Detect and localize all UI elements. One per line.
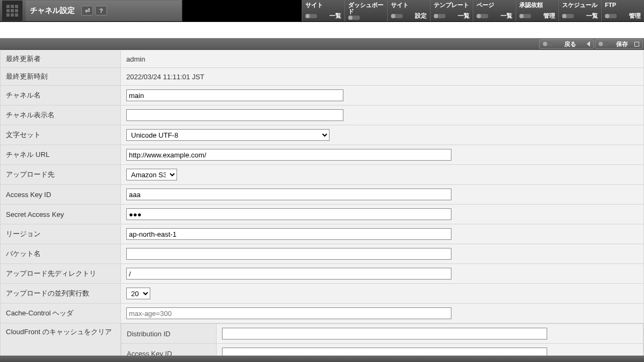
nav-page-list[interactable]: ページ 一覧 [473,0,516,21]
topbar: チャネル設定 ⏎ ? サイト 一覧 ダッシュボード サイト 設定 テンプレート … [0,0,644,22]
row-updated-at: 最終更新時刻 2022/03/24 11:11:01 JST [1,68,644,86]
spacer [0,22,644,38]
channel-display-name-input[interactable] [126,109,343,121]
nav-ftp[interactable]: FTP 管理 [601,0,644,21]
row-channel-name: チャネル名 [1,86,644,105]
toggle-icon [519,14,531,18]
label-upload-target: アップロード先 [1,165,121,185]
bucket-input[interactable] [126,248,451,260]
nav-label: サイト [305,2,341,8]
nav-sub: 一覧 [329,12,341,20]
label-secret-access-key: Secret Access Key [1,205,121,224]
toggle-icon [391,14,403,18]
nav-sub: 一覧 [586,12,598,20]
label-channel-name: チャネル名 [1,86,121,105]
save-button[interactable]: 保存 [595,39,643,49]
app-logo[interactable] [2,1,22,21]
nav-label: ダッシュボード [348,2,384,14]
row-upload-target: アップロード先 Amazon S3 [1,165,644,185]
access-key-id-input[interactable] [126,188,451,200]
back-button[interactable]: 戻る [539,39,594,49]
channel-name-input[interactable] [126,89,343,101]
charset-select[interactable]: Unicode UTF-8 [126,129,329,141]
action-bar: 戻る 保存 [0,38,644,50]
cache-control-input[interactable] [126,307,451,319]
nav-sub: 一覧 [501,12,512,20]
label-cf-distribution-id: Distribution ID [121,324,217,344]
row-bucket: バケット名 [1,244,644,264]
toggle-icon [477,14,488,18]
nav-schedule[interactable]: スケジュール 一覧 [558,0,601,21]
nav-template-list[interactable]: テンプレート 一覧 [430,0,473,21]
nav-label: テンプレート [434,2,470,8]
upload-parallel-select[interactable]: 20 [126,288,150,299]
upload-dir-input[interactable] [126,268,451,280]
nav-site-settings[interactable]: サイト 設定 [387,0,430,21]
nav-sub: 管理 [629,12,641,20]
label-channel-display-name: チャネル表示名 [1,105,121,125]
label-charset: 文字セット [1,125,121,145]
row-upload-dir: アップロード先ディレクトリ [1,264,644,284]
toggle-icon [305,14,317,18]
topbar-left: チャネル設定 ⏎ ? [0,0,182,21]
nav-dashboard[interactable]: ダッシュボード [344,0,387,21]
label-bucket: バケット名 [1,244,121,264]
toggle-icon [605,14,617,18]
help-icon[interactable]: ? [95,6,107,16]
topbar-nav: サイト 一覧 ダッシュボード サイト 設定 テンプレート 一覧 ページ 一覧 承… [302,0,644,21]
page-title-bar: チャネル設定 ⏎ ? [26,1,182,21]
nav-label: ページ [477,2,512,8]
handle-icon [599,42,609,46]
row-upload-parallel: アップロードの並列実行数 20 [1,284,644,304]
nav-site-list[interactable]: サイト 一覧 [302,0,344,21]
value-updated-at: 2022/03/24 11:11:01 JST [126,73,204,81]
nav-sub: 管理 [543,12,555,20]
handle-icon [543,42,554,46]
region-input[interactable] [126,228,451,240]
nav-approval[interactable]: 承認依頼 管理 [516,0,558,21]
label-region: リージョン [1,224,121,244]
cf-distribution-id-input[interactable] [222,328,547,340]
row-updated-by: 最終更新者 admin [1,50,644,68]
label-cache-control: Cache-Control ヘッダ [1,304,121,323]
row-access-key-id: Access Key ID [1,185,644,205]
row-region: リージョン [1,224,644,244]
label-upload-dir: アップロード先ディレクトリ [1,264,121,284]
nav-label: サイト [391,2,427,8]
page-title: チャネル設定 [30,6,75,16]
footer-bar [0,356,644,362]
row-channel-url: チャネル URL [1,145,644,165]
label-updated-by: 最終更新者 [1,50,121,68]
toggle-icon [562,14,574,18]
nav-sub: 一覧 [458,12,470,20]
save-label: 保存 [616,40,628,48]
channel-settings-form: 最終更新者 admin 最終更新時刻 2022/03/24 11:11:01 J… [0,50,644,362]
row-channel-display-name: チャネル表示名 [1,105,644,125]
label-upload-parallel: アップロードの並列実行数 [1,284,121,304]
row-charset: 文字セット Unicode UTF-8 [1,125,644,145]
toggle-icon [434,14,446,18]
nav-label: スケジュール [562,2,598,8]
value-updated-by: admin [126,55,145,63]
label-updated-at: 最終更新時刻 [1,68,121,86]
nav-label: 承認依頼 [519,2,555,8]
toggle-icon [348,16,360,20]
label-access-key-id: Access Key ID [1,185,121,205]
channel-url-input[interactable] [126,149,451,161]
return-icon[interactable]: ⏎ [81,6,93,16]
save-icon [634,42,639,47]
nav-sub: 設定 [415,12,427,20]
logo-icon [6,5,18,17]
label-channel-url: チャネル URL [1,145,121,165]
upload-target-select[interactable]: Amazon S3 [126,169,177,180]
secret-access-key-input[interactable] [126,208,451,220]
nav-label: FTP [605,2,641,8]
row-secret-access-key: Secret Access Key [1,205,644,224]
row-cache-control: Cache-Control ヘッダ [1,304,644,323]
back-label: 戻る [564,40,576,48]
arrow-left-icon [587,41,590,47]
